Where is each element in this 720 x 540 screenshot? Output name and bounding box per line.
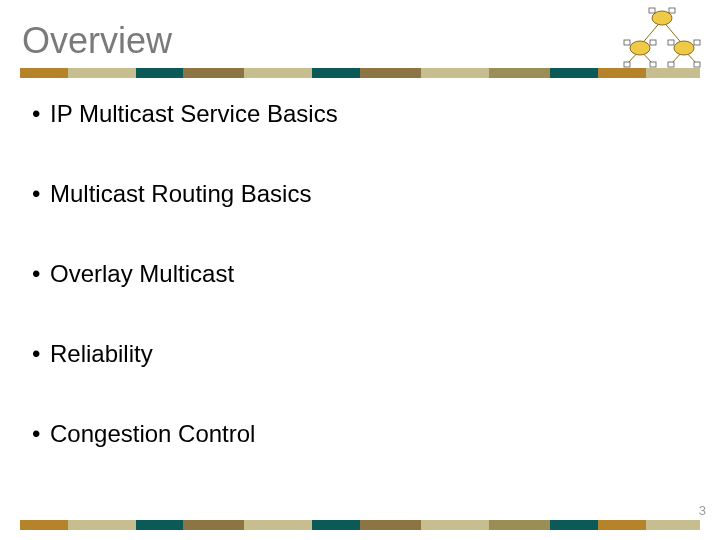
list-item: •IP Multicast Service Basics: [32, 100, 688, 128]
svg-rect-12: [650, 40, 656, 45]
bullet-text: Overlay Multicast: [50, 260, 234, 288]
bar-segment: [312, 68, 360, 78]
bar-segment: [550, 68, 598, 78]
bullet-dot-icon: •: [32, 100, 50, 128]
bar-segment: [183, 68, 244, 78]
bar-segment: [598, 520, 646, 530]
bar-segment: [136, 520, 184, 530]
page-number: 3: [699, 503, 706, 518]
svg-rect-18: [694, 62, 700, 67]
bar-segment: [68, 68, 136, 78]
bar-segment: [244, 520, 312, 530]
bullet-text: Multicast Routing Basics: [50, 180, 311, 208]
svg-rect-10: [669, 8, 675, 13]
slide-title: Overview: [22, 20, 172, 62]
svg-rect-13: [668, 40, 674, 45]
bar-segment: [489, 68, 550, 78]
bar-segment: [646, 68, 700, 78]
svg-rect-14: [694, 40, 700, 45]
accent-bar-bottom: [20, 520, 700, 530]
svg-rect-11: [624, 40, 630, 45]
bar-segment: [360, 68, 421, 78]
list-item: •Multicast Routing Basics: [32, 180, 688, 208]
bar-segment: [68, 520, 136, 530]
svg-rect-17: [668, 62, 674, 67]
bar-segment: [20, 68, 68, 78]
accent-bar-top: [20, 68, 700, 78]
bar-segment: [312, 520, 360, 530]
bar-segment: [550, 520, 598, 530]
svg-point-7: [630, 41, 650, 55]
bullet-dot-icon: •: [32, 340, 50, 368]
svg-rect-15: [624, 62, 630, 67]
bar-segment: [136, 68, 184, 78]
bar-segment: [244, 68, 312, 78]
bar-segment: [489, 520, 550, 530]
bar-segment: [183, 520, 244, 530]
svg-rect-16: [650, 62, 656, 67]
bar-segment: [20, 520, 68, 530]
bullet-text: IP Multicast Service Basics: [50, 100, 338, 128]
bar-segment: [421, 520, 489, 530]
svg-rect-9: [649, 8, 655, 13]
list-item: •Congestion Control: [32, 420, 688, 448]
bullet-dot-icon: •: [32, 180, 50, 208]
bar-segment: [646, 520, 700, 530]
bullet-dot-icon: •: [32, 260, 50, 288]
bullet-text: Reliability: [50, 340, 153, 368]
network-tree-icon: [622, 6, 702, 70]
list-item: •Reliability: [32, 340, 688, 368]
bullet-list: •IP Multicast Service Basics •Multicast …: [32, 100, 688, 500]
slide: Overview: [0, 0, 720, 540]
bar-segment: [421, 68, 489, 78]
bullet-dot-icon: •: [32, 420, 50, 448]
svg-point-8: [674, 41, 694, 55]
bar-segment: [598, 68, 646, 78]
bar-segment: [360, 520, 421, 530]
list-item: •Overlay Multicast: [32, 260, 688, 288]
bullet-text: Congestion Control: [50, 420, 255, 448]
